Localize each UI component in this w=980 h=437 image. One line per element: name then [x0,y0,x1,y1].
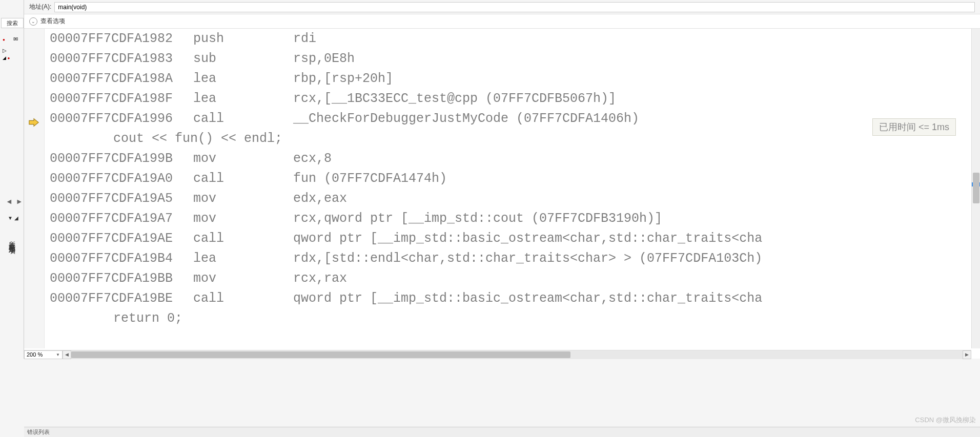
address: 00007FF7CDFA19A5 [50,189,193,209]
disasm-line[interactable]: 00007FF7CDFA1982 pushrdi [50,29,971,49]
play-icon[interactable]: ▷ [3,48,23,53]
page-right-icon[interactable]: ► [16,197,23,205]
address: 00007FF7CDFA19BE [50,288,193,308]
horizontal-scrollbar-row: 200 % ▼ ◀ ▶ [24,350,971,359]
envelope-icon[interactable]: ✉ [13,36,23,44]
operands: rdx,[std::endl<char,std::char_traits<cha… [293,248,971,268]
address: 00007FF7CDFA198A [50,69,193,89]
address: 00007FF7CDFA19B4 [50,248,193,268]
expand-options-icon[interactable]: ⌄ [29,17,37,26]
mnemonic: sub [193,49,293,69]
search-tab[interactable]: 搜索 [1,18,24,28]
code-viewport[interactable]: 00007FF7CDFA1982 pushrdi00007FF7CDFA1983… [24,29,971,348]
address: 00007FF7CDFA1983 [50,49,193,69]
operands: rcx,[__1BC33ECC_test@cpp (07FF7CDFB5067h… [293,89,971,109]
operands: rdi [293,29,971,49]
mnemonic: call [193,228,293,248]
code-content[interactable]: 00007FF7CDFA1982 pushrdi00007FF7CDFA1983… [45,29,971,328]
zoom-value: 200 % [27,351,43,358]
operands: fun (07FF7CDFA1474h) [293,169,971,189]
mnemonic: mov [193,149,293,169]
operands: rcx,qword ptr [__imp_std::cout (07FF7CDF… [293,209,971,228]
disasm-line[interactable]: 00007FF7CDFA19A5 movedx,eax [50,189,971,209]
address: 00007FF7CDFA19A7 [50,209,193,228]
disasm-line[interactable]: 00007FF7CDFA19B4 leardx,[std::endl<char,… [50,248,971,268]
current-line-arrow-icon [28,118,39,130]
mnemonic: mov [193,189,293,209]
address-label: 地址(A): [29,3,51,11]
address-bar: 地址(A): [24,0,980,14]
source-text: return 0; [50,308,182,328]
page-left-icon[interactable]: ◄ [6,197,13,205]
disasm-line[interactable]: 00007FF7CDFA199B movecx,8 [50,149,971,169]
operands: qword ptr [__imp_std::basic_ostream<char… [293,288,971,308]
mnemonic: mov [193,268,293,288]
operands: rbp,[rsp+20h] [293,69,971,89]
disasm-line[interactable]: 00007FF7CDFA1983 subrsp,0E8h [50,49,971,69]
disassembly-panel: 地址(A): ⌄ 查看选项 00007FF7CDFA1982 pushrdi00… [24,0,980,359]
gutter [24,29,45,348]
scroll-left-button[interactable]: ◀ [63,350,71,359]
pager-arrows[interactable]: ◄► [4,197,25,205]
address: 00007FF7CDFA1982 [50,29,193,49]
disasm-line[interactable]: 00007FF7CDFA19A7 movrcx,qword ptr [__imp… [50,209,971,228]
dropdown-icon[interactable]: ▼ ◢ [8,215,18,221]
source-line[interactable]: return 0; [50,308,971,328]
operands: qword ptr [__imp_std::basic_ostream<char… [293,228,971,248]
mnemonic: call [193,288,293,308]
zoom-dropdown-icon[interactable]: ▼ [56,352,60,357]
operands: rcx,rax [293,268,971,288]
scroll-right-button[interactable]: ▶ [963,350,971,359]
perf-tooltip[interactable]: 已用时间 <= 1ms [872,118,956,136]
mnemonic: lea [193,248,293,268]
toolbar-icons: ● ✉ ▷ ◢ ● [3,35,23,60]
address: 00007FF7CDFA19AE [50,228,193,248]
error-list-tab[interactable]: 错误列表 [27,428,50,436]
operands: rsp,0E8h [293,49,971,69]
vertical-scroll-thumb[interactable] [973,173,979,203]
mnemonic: mov [193,209,293,228]
mnemonic: push [193,29,293,49]
horizontal-scroll-thumb[interactable] [71,351,570,358]
mnemonic: call [193,109,293,129]
disasm-line[interactable]: 00007FF7CDFA1996 call__CheckForDebuggerJ… [50,109,971,129]
bottom-tab-bar: 错误列表 [24,427,980,437]
collapse-icon[interactable]: ◢ ● [3,55,23,60]
address: 00007FF7CDFA199B [50,149,193,169]
mnemonic: lea [193,89,293,109]
operands: __CheckForDebuggerJustMyCode (07FF7CDFA1… [293,109,971,129]
mnemonic: call [193,169,293,189]
disasm-line[interactable]: 00007FF7CDFA19BB movrcx,rax [50,268,971,288]
source-text: cout << fun() << endl; [50,129,282,149]
breakpoint-icon[interactable]: ● [3,37,12,46]
disasm-line[interactable]: 00007FF7CDFA198F learcx,[__1BC33ECC_test… [50,89,971,109]
operands: ecx,8 [293,149,971,169]
disasm-line[interactable]: 00007FF7CDFA19A0 callfun (07FF7CDFA1474h… [50,169,971,189]
address: 00007FF7CDFA1996 [50,109,193,129]
vertical-scrollbar[interactable] [971,29,980,348]
left-sidebar: 搜索 ● ✉ ▷ ◢ ● ◄► ▼ ◢ 所选文档无显示项。 [0,0,24,359]
watermark: CSDN @微风挽柳染 [915,415,976,425]
no-items-message: 所选文档无显示项。 [7,236,16,252]
horizontal-scroll-track[interactable] [71,350,963,359]
address-input[interactable] [54,2,975,12]
disasm-line[interactable]: 00007FF7CDFA198A learbp,[rsp+20h] [50,69,971,89]
address: 00007FF7CDFA198F [50,89,193,109]
zoom-selector[interactable]: 200 % ▼ [24,350,63,359]
view-options-label[interactable]: 查看选项 [40,17,65,26]
mnemonic: lea [193,69,293,89]
disasm-line[interactable]: 00007FF7CDFA19AE callqword ptr [__imp_st… [50,228,971,248]
source-line[interactable]: cout << fun() << endl; [50,129,971,149]
view-options-row: ⌄ 查看选项 [24,14,980,29]
address: 00007FF7CDFA19BB [50,268,193,288]
disasm-line[interactable]: 00007FF7CDFA19BE callqword ptr [__imp_st… [50,288,971,308]
address: 00007FF7CDFA19A0 [50,169,193,189]
operands: edx,eax [293,189,971,209]
